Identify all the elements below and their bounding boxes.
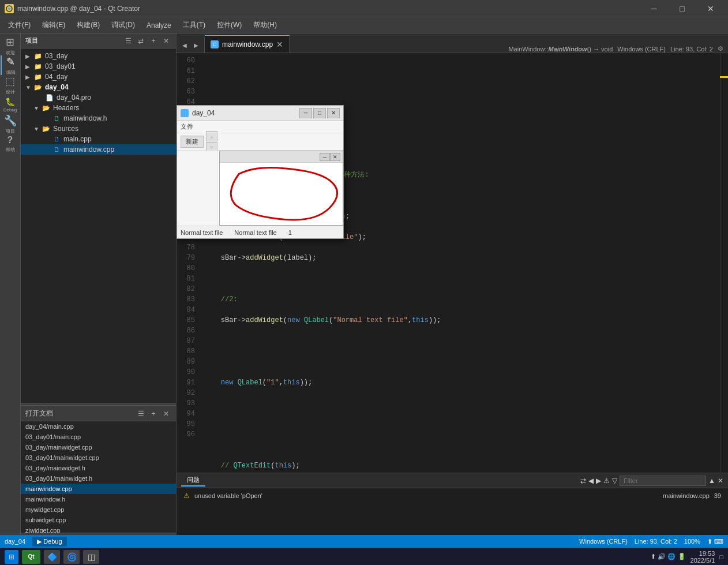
sidebar-project-btn[interactable]: 🔧 项目 xyxy=(1,114,20,134)
cpp-file-icon: 🗋 xyxy=(52,145,61,154)
panel-close-btn[interactable]: ✕ xyxy=(161,36,171,46)
doc-item-mainwindowcpp[interactable]: mainwindow.cpp xyxy=(21,484,176,494)
menu-analyze[interactable]: Analyze xyxy=(141,19,177,32)
menu-tools[interactable]: 工具(T) xyxy=(177,18,211,32)
tree-item-day04[interactable]: ▼ 📂 day_04 xyxy=(21,82,176,92)
folder-open-icon: 📂 xyxy=(42,104,51,112)
menu-build[interactable]: 构建(B) xyxy=(71,18,106,32)
tab-scroll-left[interactable]: ◀ xyxy=(180,42,189,48)
tree-item-mainwindowcpp[interactable]: ▶ 🗋 mainwindow.cpp xyxy=(21,144,176,155)
tab-scroll-right[interactable]: ▶ xyxy=(192,42,201,48)
float-inner-close[interactable]: ✕ xyxy=(330,153,340,161)
doc-item[interactable]: day_04/main.cpp xyxy=(21,421,176,432)
folder-icon: 📁 xyxy=(33,62,43,70)
open-docs-filter[interactable]: ☰ xyxy=(136,409,146,419)
tree-item-03day[interactable]: ▶ 📁 03_day xyxy=(21,51,176,61)
pro-file-icon: 📄 xyxy=(45,93,54,102)
taskbar-notif[interactable]: □ xyxy=(719,553,723,560)
menu-widgets[interactable]: 控件(W) xyxy=(211,18,247,32)
floating-day04-window[interactable]: day_04 ─ □ ✕ 文件 新建 ▲ ▼ xyxy=(177,105,344,239)
sidebar-design-btn[interactable]: ⬚ 设计 xyxy=(1,75,20,95)
float-menu-file[interactable]: 文件 xyxy=(181,122,193,131)
tree-arrow: ▼ xyxy=(33,105,42,111)
doc-item[interactable]: mainwindow.h xyxy=(21,494,176,504)
panel-prev-icon[interactable]: ◀ xyxy=(588,477,594,485)
tab-mainwindow-cpp[interactable]: C mainwindow.cpp ✕ xyxy=(205,35,290,53)
float-status-num: 1 xyxy=(288,229,292,236)
start-button[interactable]: ⊞ xyxy=(5,550,18,564)
maximize-button[interactable]: □ xyxy=(669,0,695,17)
sidebar-icons: ⊞ 欢迎 ✎ 编辑 ⬚ 设计 🐛 Debug 🔧 项目 ? 帮助 xyxy=(0,33,21,548)
doc-item[interactable]: subwidget.cpp xyxy=(21,515,176,525)
folder-icon: 📁 xyxy=(33,73,43,81)
doc-item[interactable]: ziwidget.cpp xyxy=(21,525,176,533)
float-inner-minimize[interactable]: ─ xyxy=(320,153,330,161)
float-close-btn[interactable]: ✕ xyxy=(327,108,340,118)
tree-label: day_04.pro xyxy=(57,93,174,102)
qt-taskbar-btn[interactable]: Qt xyxy=(22,550,40,564)
open-docs-actions: ☰ + ✕ xyxy=(136,409,171,419)
minimize-button[interactable]: ─ xyxy=(641,0,667,17)
h-file-icon: 🗋 xyxy=(52,114,61,122)
doc-item[interactable]: 03_day/mainwidget.h xyxy=(21,463,176,473)
tree-item-day04pro[interactable]: ▶ 📄 day_04.pro xyxy=(21,92,176,103)
sidebar-edit-btn[interactable]: ✎ 编辑 xyxy=(1,55,20,75)
float-menubar: 文件 xyxy=(177,121,343,133)
warning-row[interactable]: ⚠ unused variable 'pOpen' mainwindow.cpp… xyxy=(181,491,723,501)
menu-edit[interactable]: 编辑(E) xyxy=(36,18,71,32)
tree-arrow: ▶ xyxy=(25,74,33,80)
app-title: mainwindow.cpp @ day_04 - Qt Creator xyxy=(17,5,140,13)
float-arrows: ▲ ▼ xyxy=(206,131,217,152)
panel-sync-icon[interactable]: ⇄ xyxy=(580,477,586,485)
tree-item-sources[interactable]: ▼ 📂 Sources xyxy=(21,124,176,134)
tree-item-04day[interactable]: ▶ 📁 04_day xyxy=(21,72,176,82)
menu-file[interactable]: 文件(F) xyxy=(2,18,36,32)
filter-icon[interactable]: ▽ xyxy=(612,477,617,485)
open-docs-add[interactable]: + xyxy=(148,409,159,419)
status-line-col: Line: 93, Col: 2 xyxy=(635,538,677,545)
float-arrow-up[interactable]: ▲ xyxy=(206,131,217,141)
taskbar: ⊞ Qt 🔷 🌀 ◫ ⬆ 🔊 🌐 🔋 19:53 2022/5/1 □ xyxy=(0,548,728,565)
warning-filter-icon[interactable]: ⚠ xyxy=(603,477,610,485)
encoding-indicator: Windows (CRLF) xyxy=(617,46,666,53)
filter-input[interactable] xyxy=(620,476,706,486)
settings-icon[interactable]: ⚙ xyxy=(718,45,723,53)
doc-item[interactable]: mywidget.cpp xyxy=(21,504,176,515)
menu-debug[interactable]: 调试(D) xyxy=(106,18,141,32)
tree-item-03day01[interactable]: ▶ 📁 03_day01 xyxy=(21,61,176,72)
close-button[interactable]: ✕ xyxy=(697,0,723,17)
sidebar-welcome-btn[interactable]: ⊞ 欢迎 xyxy=(1,36,20,55)
tab-close-btn[interactable]: ✕ xyxy=(276,40,283,49)
titlebar: mainwindow.cpp @ day_04 - Qt Creator ─ □… xyxy=(0,0,728,17)
doc-item[interactable]: 03_day01/main.cpp xyxy=(21,432,176,442)
tab-label: mainwindow.cpp xyxy=(222,40,273,48)
menu-help[interactable]: 帮助(H) xyxy=(247,18,283,32)
float-inner-window[interactable]: ─ ✕ xyxy=(219,151,343,226)
panel-filter-btn[interactable]: ☰ xyxy=(123,36,133,46)
bottom-tab-issues[interactable]: 问题 xyxy=(181,474,205,487)
debug-btn[interactable]: ▶ Debug xyxy=(32,537,66,547)
panel-sync-btn[interactable]: ⇄ xyxy=(136,36,146,46)
task-btn-2[interactable]: 🔷 xyxy=(44,550,60,564)
tree-item-headers[interactable]: ▼ 📂 Headers xyxy=(21,103,176,113)
panel-expand-btn[interactable]: ▲ xyxy=(708,477,715,485)
doc-item[interactable]: 03_day01/mainwidget.cpp xyxy=(21,452,176,463)
tree-item-mainwindowh[interactable]: ▶ 🗋 mainwindow.h xyxy=(21,113,176,124)
panel-add-btn[interactable]: + xyxy=(148,36,159,46)
panel-next-icon[interactable]: ▶ xyxy=(596,477,601,485)
doc-item[interactable]: 03_day/mainwidget.cpp xyxy=(21,442,176,452)
doc-item[interactable]: 03_day01/mainwidget.h xyxy=(21,473,176,484)
tree-arrow: ▶ xyxy=(25,63,33,70)
sidebar-help-btn[interactable]: ? 帮助 xyxy=(1,134,20,154)
right-scrollbar-indicator[interactable] xyxy=(720,53,728,473)
open-docs-close[interactable]: ✕ xyxy=(161,409,171,419)
task-btn-4[interactable]: ◫ xyxy=(83,550,99,564)
task-btn-3[interactable]: 🌀 xyxy=(63,550,80,564)
sidebar-debug-btn[interactable]: 🐛 Debug xyxy=(1,95,20,114)
tree-item-maincpp[interactable]: ▶ 🗋 main.cpp xyxy=(21,134,176,144)
float-minimize-btn[interactable]: ─ xyxy=(299,108,312,118)
tree-label: day_04 xyxy=(45,83,174,91)
panel-close-btn2[interactable]: ✕ xyxy=(718,477,723,485)
float-new-btn[interactable]: 新建 xyxy=(181,136,204,148)
float-maximize-btn[interactable]: □ xyxy=(313,108,326,118)
